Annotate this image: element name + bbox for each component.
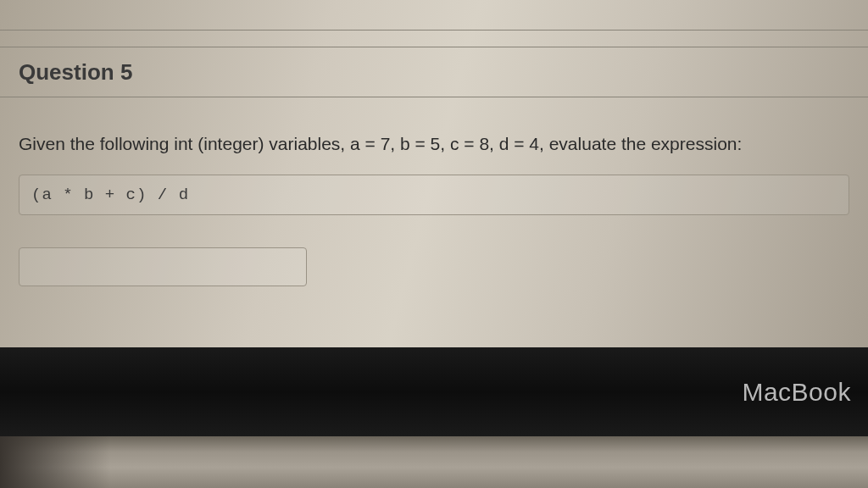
answer-input[interactable] (19, 247, 307, 286)
question-prompt: Given the following int (integer) variab… (19, 131, 849, 156)
laptop-bezel: MacBook (0, 347, 868, 436)
laptop-brand-label: MacBook (742, 378, 851, 407)
question-header: Question 5 (0, 47, 868, 97)
laptop-hinge (0, 436, 868, 488)
code-expression: (a * b + c) / d (19, 175, 849, 215)
question-title: Question 5 (19, 59, 132, 86)
top-divider (0, 30, 868, 30)
question-body: Given the following int (integer) variab… (19, 131, 849, 286)
hinge-shadow (0, 436, 110, 488)
quiz-screen: Question 5 Given the following int (inte… (0, 0, 868, 347)
